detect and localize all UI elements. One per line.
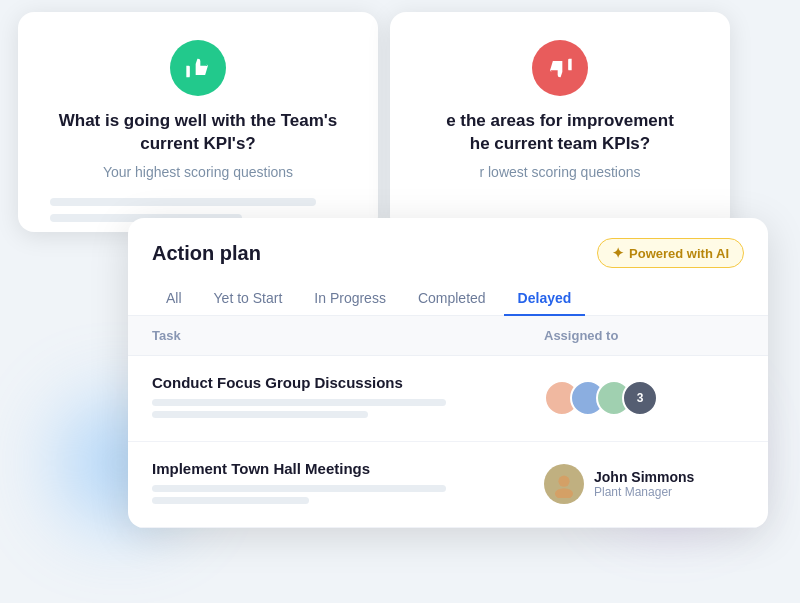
scene: What is going well with the Team's curre… bbox=[0, 0, 800, 603]
tab-completed[interactable]: Completed bbox=[404, 282, 500, 316]
assignee-name: John Simmons bbox=[594, 469, 694, 485]
task-bar-2b bbox=[152, 497, 309, 504]
avatar-count: 3 bbox=[622, 380, 658, 416]
task-info-1: Conduct Focus Group Discussions bbox=[152, 374, 544, 423]
task-bar-1b bbox=[152, 411, 368, 418]
kpi-good-title: What is going well with the Team's curre… bbox=[50, 110, 346, 156]
tabs-bar: All Yet to Start In Progress Completed D… bbox=[128, 268, 768, 316]
assignee-role: Plant Manager bbox=[594, 485, 694, 499]
task-name-1: Conduct Focus Group Discussions bbox=[152, 374, 544, 391]
table-row: Conduct Focus Group Discussions 3 bbox=[128, 356, 768, 442]
svg-point-1 bbox=[555, 488, 573, 498]
single-assignee: John Simmons Plant Manager bbox=[544, 464, 694, 504]
kpi-improve-title: e the areas for improvement he current t… bbox=[422, 110, 698, 156]
tab-delayed[interactable]: Delayed bbox=[504, 282, 586, 316]
svg-point-0 bbox=[558, 476, 569, 487]
col-assigned-header: Assigned to bbox=[544, 328, 744, 343]
action-plan-header: Action plan ✦ Powered with AI bbox=[128, 218, 768, 268]
kpi-good-subtitle: Your highest scoring questions bbox=[50, 164, 346, 180]
task-bar-1a bbox=[152, 399, 446, 406]
thumbs-down-icon bbox=[532, 40, 588, 96]
kpi-good-card: What is going well with the Team's curre… bbox=[18, 12, 378, 232]
avatar-group-1: 3 bbox=[544, 380, 658, 416]
tab-in-progress[interactable]: In Progress bbox=[300, 282, 400, 316]
action-plan-card: Action plan ✦ Powered with AI All Yet to… bbox=[128, 218, 768, 528]
task-name-2: Implement Town Hall Meetings bbox=[152, 460, 544, 477]
assignee-info: John Simmons Plant Manager bbox=[594, 469, 694, 499]
tab-all[interactable]: All bbox=[152, 282, 196, 316]
task-info-2: Implement Town Hall Meetings bbox=[152, 460, 544, 509]
kpi-improve-subtitle: r lowest scoring questions bbox=[422, 164, 698, 180]
kpi-improve-card: e the areas for improvement he current t… bbox=[390, 12, 730, 232]
col-task-header: Task bbox=[152, 328, 544, 343]
sparkle-icon: ✦ bbox=[612, 245, 624, 261]
assignee-avatar bbox=[544, 464, 584, 504]
task-bar-2a bbox=[152, 485, 446, 492]
assigned-col-2: John Simmons Plant Manager bbox=[544, 464, 744, 504]
thumbs-up-icon bbox=[170, 40, 226, 96]
line-1 bbox=[50, 198, 316, 206]
ai-badge: ✦ Powered with AI bbox=[597, 238, 744, 268]
table-header: Task Assigned to bbox=[128, 316, 768, 356]
tab-yet-to-start[interactable]: Yet to Start bbox=[200, 282, 297, 316]
assigned-col-1: 3 bbox=[544, 380, 744, 416]
action-plan-title: Action plan bbox=[152, 242, 261, 265]
table-row: Implement Town Hall Meetings John Simmon… bbox=[128, 442, 768, 528]
